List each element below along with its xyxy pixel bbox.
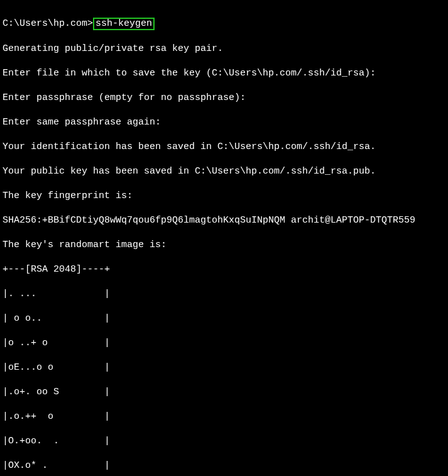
randomart-line: +---[RSA 2048]----+: [3, 263, 445, 276]
command-ssh-keygen: ssh-keygen: [93, 18, 155, 31]
output-line: The key's randomart image is:: [3, 239, 445, 252]
randomart-line: |O.+oo. . |: [3, 435, 445, 448]
output-line: Enter passphrase (empty for no passphras…: [3, 92, 445, 104]
randomart-line: |oE...o o |: [3, 362, 445, 374]
output-line: Generating public/private rsa key pair.: [3, 43, 445, 55]
terminal-output: C:\Users\hp.com>ssh-keygen Generating pu…: [0, 0, 448, 476]
randomart-line: |.o+. oo S |: [3, 386, 445, 399]
output-line: Your identification has been saved in C:…: [3, 141, 445, 153]
randomart-line: |. ... |: [3, 288, 445, 301]
randomart-line: |.o.++ o |: [3, 411, 445, 423]
prompt: C:\Users\hp.com>: [3, 18, 93, 29]
randomart-line: |OX.o* . |: [3, 460, 445, 472]
randomart-line: |o ..+ o |: [3, 337, 445, 350]
randomart-line: | o o.. |: [3, 313, 445, 325]
output-line: SHA256:+BBifCDtiyQ8wWq7qou6fp9Q6lmagtohK…: [3, 214, 445, 227]
output-line: Enter file in which to save the key (C:\…: [3, 67, 445, 80]
output-line: The key fingerprint is:: [3, 190, 445, 202]
output-line: Enter same passphrase again:: [3, 116, 445, 129]
output-line: Your public key has been saved in C:\Use…: [3, 165, 445, 178]
